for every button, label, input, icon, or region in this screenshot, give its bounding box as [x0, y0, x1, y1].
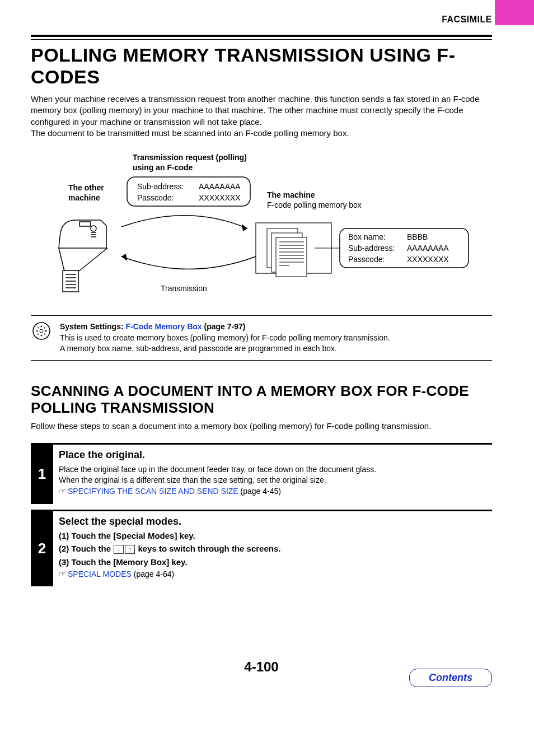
callout-link[interactable]: F-Code Memory Box	[125, 322, 202, 331]
step-1-body-2: When the original is a different size th…	[59, 475, 492, 486]
page-title: POLLING MEMORY TRANSMISSION USING F-CODE…	[31, 44, 492, 88]
step-2: 2 Select the special modes. (1) Touch th…	[31, 511, 492, 587]
step-2-ref-page: (page 4-64)	[132, 570, 174, 578]
other-machine-2: machine	[68, 193, 100, 202]
step-1-title: Place the original.	[59, 449, 492, 461]
transmission-label: Transmission	[161, 284, 207, 293]
other-machine-1: The other	[68, 183, 104, 192]
svg-line-12	[59, 248, 64, 271]
step-1-ref-link[interactable]: SPECIFYING THE SCAN SIZE AND SEND SIZE	[68, 487, 238, 496]
step-2-sub3: (3) Touch the [Memory Box] key.	[59, 557, 492, 567]
req-sub-val: AAAAAAAA	[199, 182, 241, 191]
svg-rect-19	[276, 237, 307, 277]
mb-pass-val: XXXXXXXX	[407, 255, 449, 264]
section-heading: SCANNING A DOCUMENT INTO A MEMORY BOX FO…	[31, 383, 492, 417]
step-2-sub1: (1) Touch the [Special Modes] key.	[59, 531, 492, 540]
step-2-sub2a: (2) Touch the	[59, 544, 113, 553]
callout-body-1: This is used to create memory boxes (pol…	[60, 333, 390, 344]
section-intro: Follow these steps to scan a document in…	[31, 421, 492, 431]
machine-2: F-code polling memory box	[267, 200, 362, 209]
pointer-icon: ☞	[59, 570, 66, 578]
step-2-sub2: (2) Touch the ↓↑ keys to switch through …	[59, 544, 492, 554]
polling-diagram: Transmission request (polling) using an …	[49, 150, 474, 307]
request-title-2: using an F-code	[133, 163, 193, 172]
svg-point-31	[40, 329, 43, 333]
svg-line-13	[79, 248, 107, 271]
callout-page-ref: (page 7-97)	[202, 322, 246, 331]
callout-body-2: A memory box name, sub-address, and pass…	[60, 343, 390, 354]
step-number-2: 2	[31, 511, 53, 587]
step-1: 1 Place the original. Place the original…	[31, 445, 492, 504]
mb-name-lbl: Box name:	[348, 232, 386, 241]
req-pass-lbl: Passcode:	[137, 193, 174, 202]
step-2-sub2b: keys to switch through the screens.	[135, 544, 280, 553]
svg-marker-14	[242, 224, 247, 231]
heading-rule	[31, 35, 492, 40]
pointer-icon: ☞	[59, 487, 66, 496]
machine-1: The machine	[267, 190, 315, 199]
step-2-ref-link[interactable]: SPECIAL MODES	[68, 570, 132, 578]
step-1-ref-page: (page 4-45)	[238, 487, 281, 496]
svg-rect-1	[79, 222, 91, 226]
step-number-1: 1	[31, 445, 53, 504]
svg-marker-15	[121, 254, 127, 261]
req-pass-val: XXXXXXXX	[199, 193, 241, 202]
down-arrow-key-icon: ↓	[114, 545, 124, 554]
section-label: FACSIMILE	[442, 15, 492, 24]
mb-pass-lbl: Passcode:	[348, 255, 385, 264]
contents-button[interactable]: Contents	[409, 669, 492, 687]
svg-point-2	[91, 226, 96, 231]
request-title-1: Transmission request (polling)	[133, 153, 247, 162]
mb-sub-val: AAAAAAAA	[407, 244, 449, 253]
fax-machine-icon	[59, 220, 107, 292]
mb-sub-lbl: Sub-address:	[348, 244, 395, 253]
step-2-title: Select the special modes.	[59, 516, 492, 528]
callout-prefix: System Settings:	[60, 322, 125, 331]
up-arrow-key-icon: ↑	[125, 545, 135, 554]
gear-icon	[31, 321, 52, 340]
mb-name-val: BBBB	[407, 232, 428, 241]
step-1-body-1: Place the original face up in the docume…	[59, 464, 492, 475]
system-settings-callout: System Settings: F-Code Memory Box (page…	[31, 315, 492, 361]
intro-paragraph: When your machine receives a transmissio…	[31, 94, 492, 139]
req-sub-lbl: Sub-address:	[137, 182, 184, 191]
